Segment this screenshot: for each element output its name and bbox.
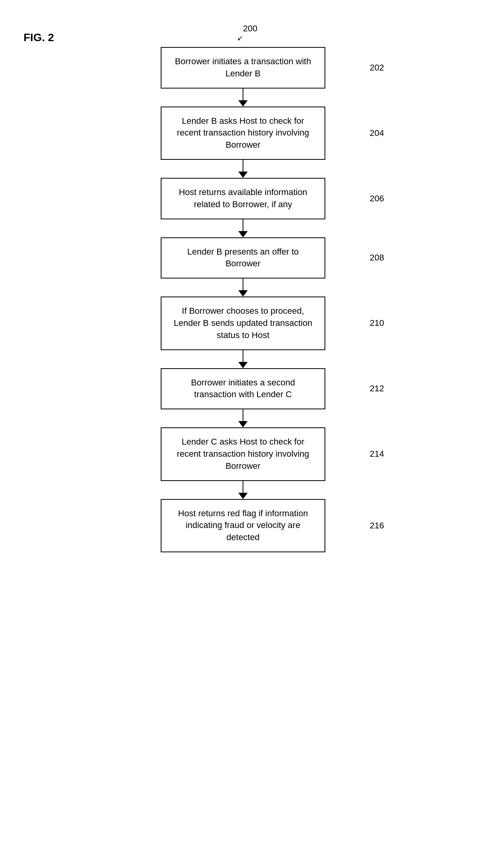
arrow-4: [86, 278, 400, 297]
arrow-3: [86, 219, 400, 237]
step-box-204: Lender B asks Host to check for recent t…: [161, 107, 325, 160]
step-number-202: 202: [370, 63, 384, 73]
step-row-216: Host returns red flag if information ind…: [86, 499, 400, 552]
arrow-7: [86, 481, 400, 499]
step-box-210: If Borrower chooses to proceed, Lender B…: [161, 297, 325, 350]
step-row-212: Borrower initiates a second transaction …: [86, 368, 400, 410]
step-row-210: If Borrower chooses to proceed, Lender B…: [86, 297, 400, 350]
step-number-206: 206: [370, 193, 384, 204]
step-row-202: Borrower initiates a transaction with Le…: [86, 47, 400, 89]
step-row-208: Lender B presents an offer to Borrower 2…: [86, 237, 400, 279]
arrow-6: [86, 409, 400, 427]
step-box-208: Lender B presents an offer to Borrower: [161, 237, 325, 279]
diagram-ref-number: 200: [243, 24, 258, 34]
step-number-208: 208: [370, 253, 384, 263]
step-number-216: 216: [370, 521, 384, 531]
arrow-5: [86, 350, 400, 368]
step-box-202: Borrower initiates a transaction with Le…: [161, 47, 325, 89]
step-box-214: Lender C asks Host to check for recent t…: [161, 427, 325, 481]
arrow-2: [86, 160, 400, 178]
diagram-container: 200 ↙ Borrower initiates a transaction w…: [0, 24, 486, 552]
step-number-204: 204: [370, 128, 384, 138]
step-number-210: 210: [370, 318, 384, 328]
ref-arrow: ↙: [237, 34, 243, 42]
step-row-206: Host returns available information relat…: [86, 178, 400, 219]
step-number-214: 214: [370, 449, 384, 459]
step-number-212: 212: [370, 383, 384, 394]
flow-diagram: Borrower initiates a transaction with Le…: [86, 47, 400, 552]
arrow-1: [86, 89, 400, 107]
step-box-206: Host returns available information relat…: [161, 178, 325, 219]
step-box-212: Borrower initiates a second transaction …: [161, 368, 325, 410]
step-row-214: Lender C asks Host to check for recent t…: [86, 427, 400, 481]
step-row-204: Lender B asks Host to check for recent t…: [86, 107, 400, 160]
step-box-216: Host returns red flag if information ind…: [161, 499, 325, 552]
